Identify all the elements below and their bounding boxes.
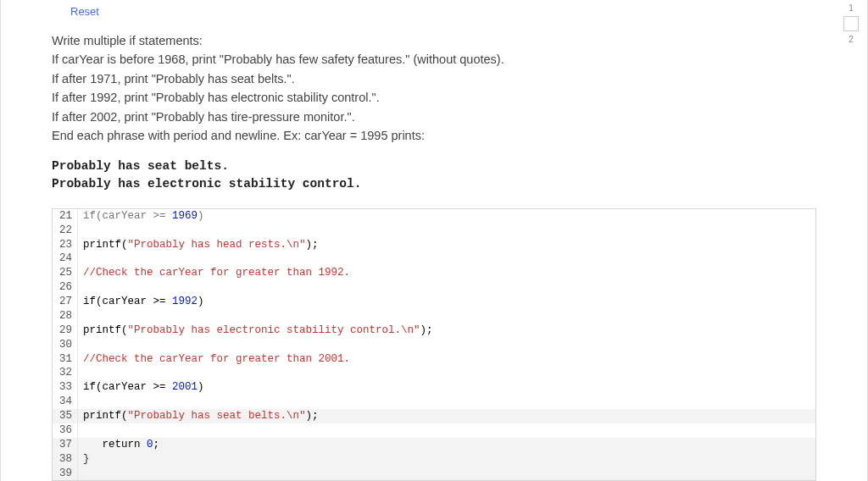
code-line-26: 26 <box>53 280 815 295</box>
code-line-22: 22 <box>53 224 815 238</box>
desc-line-2: If after 1971, print "Probably has seat … <box>52 69 816 88</box>
code-line-31: 31//Check the carYear for greater than 2… <box>53 352 815 367</box>
code-line-36: 36 <box>53 423 815 438</box>
side-checkbox[interactable] <box>843 16 859 31</box>
code-line-30: 30 <box>53 338 815 352</box>
code-line-37: 37 return 0; <box>53 438 815 452</box>
side-indicators: 1 2 <box>843 3 859 47</box>
code-line-27: 27if(carYear >= 1992) <box>53 295 815 309</box>
code-line-21: 21if(carYear >= 1969) <box>53 209 815 224</box>
sample-line-0: Probably has seat belts. <box>52 158 816 175</box>
sample-line-1: Probably has electronic stability contro… <box>52 175 816 193</box>
desc-line-5: End each phrase with period and newline.… <box>52 126 816 145</box>
code-line-25: 25//Check the carYear for greater than 1… <box>53 266 815 280</box>
code-line-34: 34 <box>53 395 815 409</box>
code-line-32: 32 <box>53 366 815 380</box>
code-line-33: 33if(carYear >= 2001) <box>53 380 815 395</box>
code-line-39: 39 <box>53 467 815 481</box>
sample-output: Probably has seat belts. Probably has el… <box>52 158 816 193</box>
code-editor[interactable]: 21if(carYear >= 1969) 22 23printf("Proba… <box>52 208 816 481</box>
desc-line-1: If carYear is before 1968, print "Probab… <box>52 50 816 69</box>
code-line-23: 23printf("Probably has head rests.\n"); <box>53 238 815 252</box>
side-num-2: 2 <box>843 35 859 44</box>
problem-description: Write multiple if statements: If carYear… <box>52 31 816 146</box>
code-line-24: 24 <box>53 252 815 266</box>
desc-line-0: Write multiple if statements: <box>52 31 816 50</box>
desc-line-4: If after 2002, print "Probably has tire-… <box>52 108 816 126</box>
reset-link[interactable]: Reset <box>70 5 99 18</box>
side-num-1: 1 <box>843 3 859 13</box>
code-line-38: 38} <box>53 452 815 467</box>
code-line-35: 35printf("Probably has seat belts.\n"); <box>53 409 815 423</box>
code-line-28: 28 <box>53 309 815 323</box>
code-line-29: 29printf("Probably has electronic stabil… <box>53 323 815 338</box>
desc-line-3: If after 1992, print "Probably has elect… <box>52 88 816 107</box>
